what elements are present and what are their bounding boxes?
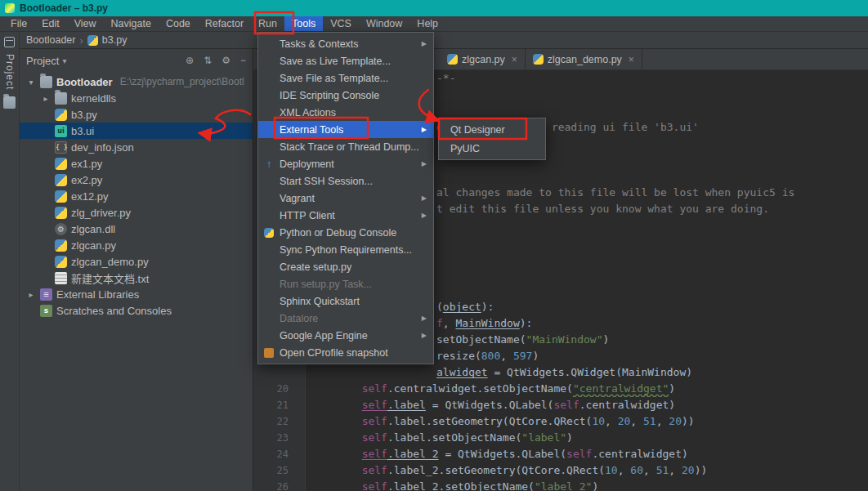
menu-item-sphinx-quickstart[interactable]: Sphinx Quickstart xyxy=(258,292,433,310)
tree-item-ex12-py[interactable]: ex12.py xyxy=(20,188,253,204)
tree-item-txt[interactable]: 新建文本文档.txt xyxy=(20,270,253,286)
menu-item-stack-trace-or-thread-dump[interactable]: Stack Trace or Thread Dump... xyxy=(258,138,433,155)
tree-item-zlg-driver-py[interactable]: zlg_driver.py xyxy=(20,204,253,221)
submenu-item-pyuic[interactable]: PyUIC xyxy=(439,139,545,158)
code-line: 25 self.label_2.setGeometry(QtCore.QRect… xyxy=(253,462,868,479)
menu-edit[interactable]: Edit xyxy=(34,16,67,31)
menu-item-icon-spacer xyxy=(263,244,275,256)
menu-file[interactable]: File xyxy=(3,16,34,31)
panel-title[interactable]: Project xyxy=(26,55,59,67)
menu-vcs[interactable]: VCS xyxy=(323,16,359,31)
menu-item-start-ssh-session[interactable]: Start SSH Session... xyxy=(258,172,433,190)
menu-run[interactable]: Run xyxy=(251,16,284,31)
menu-item-google-app-engine[interactable]: Google App Engine▶ xyxy=(258,327,433,344)
tab-zlgcan-demo-py[interactable]: zlgcan_demo.py× xyxy=(526,49,642,69)
py-icon xyxy=(55,190,67,203)
close-icon[interactable]: × xyxy=(512,54,517,65)
chevron-right-icon[interactable]: ▸ xyxy=(26,290,36,299)
menu-item-icon-spacer xyxy=(263,193,275,204)
locate-file-icon[interactable]: ⊕ xyxy=(186,55,194,66)
txt-icon xyxy=(55,272,67,284)
menu-tools[interactable]: Tools xyxy=(284,16,323,31)
breadcrumb-file[interactable]: b3.py xyxy=(102,34,128,46)
submenu-item-qt-designer[interactable]: Qt Designer xyxy=(439,120,545,139)
menu-item-deployment[interactable]: ↑Deployment▶ xyxy=(258,155,433,172)
menu-item-run-setup-py-task[interactable]: Run setup.py Task... xyxy=(258,275,433,292)
menu-item-label: XML Actions xyxy=(280,107,427,118)
menu-item-icon-spacer xyxy=(263,313,275,324)
tree-item-b3-py[interactable]: b3.py xyxy=(20,106,253,123)
chevron-right-icon: › xyxy=(79,34,83,47)
menu-item-label: Save as Live Template... xyxy=(280,56,427,67)
menu-help[interactable]: Help xyxy=(409,16,445,31)
python-file-icon xyxy=(533,54,544,65)
menu-item-icon-spacer xyxy=(263,90,275,101)
title-bar[interactable]: Bootloader – b3.py xyxy=(0,0,868,16)
breadcrumb-project[interactable]: Bootloader xyxy=(26,34,75,46)
menu-item-xml-actions[interactable]: XML Actions xyxy=(258,104,433,121)
tree-item-kerneldlls[interactable]: ▸kerneldlls xyxy=(20,90,253,106)
menu-item-label: Start SSH Session... xyxy=(280,176,427,187)
tab-zlgcan-py[interactable]: zlgcan.py× xyxy=(440,49,526,69)
menu-item-save-file-as-template[interactable]: Save File as Template... xyxy=(258,69,433,87)
submenu-arrow-icon: ▶ xyxy=(422,40,427,47)
menu-item-external-tools[interactable]: External Tools▶ xyxy=(258,121,433,138)
menu-item-open-cprofile-snapshot[interactable]: Open CProfile snapshot xyxy=(258,344,433,361)
code-text: self.label.setObjectName("label") xyxy=(306,430,868,446)
menu-view[interactable]: View xyxy=(67,16,104,31)
tree-item-label: kerneldlls xyxy=(71,92,116,105)
code-text: self.label.setGeometry(QtCore.QRect(10, … xyxy=(306,413,868,430)
line-number: 24 xyxy=(253,446,306,462)
menu-item-http-client[interactable]: HTTP Client▶ xyxy=(258,207,433,224)
chevron-right-icon[interactable]: ▸ xyxy=(41,94,51,103)
settings-gear-icon[interactable]: ⚙ xyxy=(221,55,230,66)
lib-icon xyxy=(40,288,52,301)
menu-item-sync-python-requirements[interactable]: Sync Python Requirements... xyxy=(258,241,433,258)
folder-icon xyxy=(40,76,52,88)
menu-item-vagrant[interactable]: Vagrant▶ xyxy=(258,190,433,207)
menu-item-python-or-debug-console[interactable]: Python or Debug Console xyxy=(258,224,433,241)
menu-refactor[interactable]: Refactor xyxy=(198,16,251,31)
menu-item-tasks-contexts[interactable]: Tasks & Contexts▶ xyxy=(258,35,433,52)
py-icon xyxy=(55,239,67,252)
line-number xyxy=(253,364,306,381)
line-number: 25 xyxy=(253,462,306,479)
line-number: 23 xyxy=(253,430,306,446)
tree-item-zlgcan-py[interactable]: zlgcan.py xyxy=(20,237,253,253)
folder-icon[interactable] xyxy=(3,96,16,109)
menu-item-icon-spacer xyxy=(263,141,275,153)
py-icon xyxy=(55,174,67,186)
collapse-all-icon[interactable]: ⇅ xyxy=(204,55,212,66)
menu-code[interactable]: Code xyxy=(159,16,198,31)
project-stripe-label[interactable]: Project xyxy=(4,54,16,90)
tree-item-zlgcan-demo-py[interactable]: zlgcan_demo.py xyxy=(20,253,253,270)
menu-item-ide-scripting-console[interactable]: IDE Scripting Console xyxy=(258,87,433,104)
dll-icon xyxy=(55,223,67,235)
tree-item-b3-ui[interactable]: b3.ui xyxy=(20,123,253,139)
tree-item-external-libraries[interactable]: ▸External Libraries xyxy=(20,286,253,302)
menu-window[interactable]: Window xyxy=(359,16,409,31)
menu-item-datalore[interactable]: Datalore▶ xyxy=(258,310,433,327)
chevron-down-icon[interactable]: ▾ xyxy=(26,78,36,87)
menu-item-create-setup-py[interactable]: Create setup.py xyxy=(258,258,433,275)
menu-navigate[interactable]: Navigate xyxy=(104,16,159,31)
menu-item-save-as-live-template[interactable]: Save as Live Template... xyxy=(258,52,433,69)
code-line: 26 self.label_2.setObjectName("label_2") xyxy=(253,479,868,491)
project-tool-icon[interactable] xyxy=(4,37,15,47)
menu-item-label: IDE Scripting Console xyxy=(280,90,427,101)
line-number: 20 xyxy=(253,381,306,397)
tree-item-label: b3.py xyxy=(71,109,97,121)
chevron-down-icon[interactable]: ▾ xyxy=(62,56,66,65)
tree-item-zlgcan-dll[interactable]: zlgcan.dll xyxy=(20,221,253,237)
tree-item-bootloader[interactable]: ▾BootloaderE:\zzj\pycharm_project\Bootl xyxy=(20,74,253,90)
tree-item-label: zlgcan.py xyxy=(71,239,116,252)
menu-item-label: Deployment xyxy=(280,158,417,170)
close-icon[interactable]: × xyxy=(629,54,634,65)
code-text: self.label = QtWidgets.QLabel(self.centr… xyxy=(306,397,868,413)
hide-panel-icon[interactable]: − xyxy=(240,55,246,66)
tree-item-scratches-and-consoles[interactable]: Scratches and Consoles xyxy=(20,302,253,319)
tree-item-ex2-py[interactable]: ex2.py xyxy=(20,172,253,188)
tree-item-label: dev_info.json xyxy=(71,141,134,154)
tree-item-dev-info-json[interactable]: dev_info.json xyxy=(20,139,253,155)
tree-item-ex1-py[interactable]: ex1.py xyxy=(20,155,253,172)
